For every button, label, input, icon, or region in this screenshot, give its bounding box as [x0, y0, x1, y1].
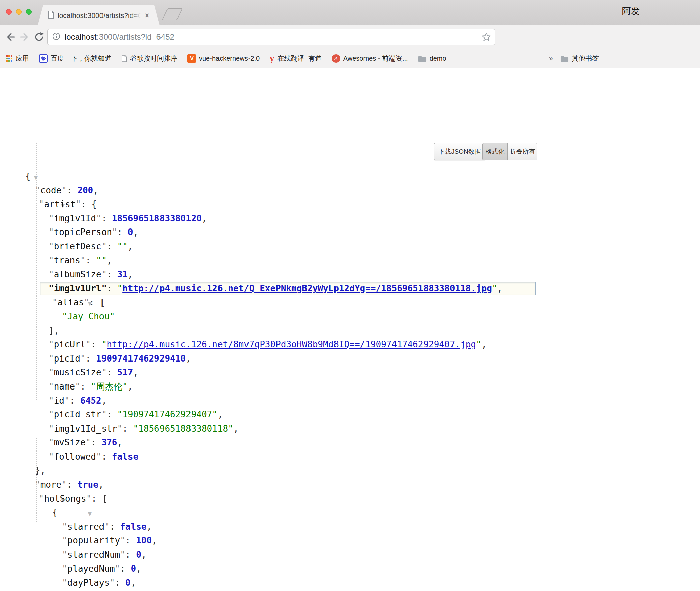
collapse-toggle-icon[interactable]: ▼ — [88, 511, 92, 517]
json-line: "id": 6452, — [0, 394, 700, 408]
json-token: " — [86, 339, 91, 349]
json-token: " — [61, 185, 67, 195]
json-token: : [ — [91, 494, 107, 504]
bookmark-apps[interactable]: 应用 — [6, 54, 29, 63]
tab-title: localhost:3000/artists?id=645 — [58, 11, 143, 19]
json-token: " — [101, 241, 107, 251]
json-token: 0 — [125, 578, 131, 588]
json-token: " — [35, 479, 40, 490]
other-bookmarks-folder[interactable]: 其他书签 — [560, 54, 599, 63]
json-token: : — [86, 353, 96, 364]
json-url-link[interactable]: http://p4.music.126.net/Q_ExePNkmgB2yWyL… — [122, 283, 492, 293]
json-token: " — [476, 339, 482, 349]
json-token: " — [52, 297, 58, 307]
json-token: " — [49, 269, 54, 279]
json-token: " — [96, 452, 101, 462]
back-button[interactable] — [3, 25, 18, 49]
json-token: picId_str — [54, 409, 101, 419]
json-token: starred — [67, 522, 105, 532]
close-window-button[interactable] — [6, 9, 12, 15]
maximize-window-button[interactable] — [26, 9, 32, 15]
json-token: 517 — [117, 367, 133, 377]
json-token: : — [107, 269, 117, 279]
json-token: : — [70, 396, 80, 406]
json-token: " — [84, 297, 89, 307]
json-token: : — [91, 437, 101, 447]
bookmark-vue-hackernews[interactable]: V vue-hackernews-2.0 — [187, 54, 260, 63]
json-token: : [ — [89, 297, 105, 307]
bookmark-label: demo — [430, 55, 446, 62]
url-text[interactable]: localhost:3000/artists?id=6452 — [65, 32, 174, 42]
json-token: : — [122, 424, 133, 434]
json-line: ▼{ — [0, 169, 700, 184]
json-line: "picUrl": "http://p4.music.126.net/8mv7q… — [0, 338, 700, 352]
json-url-link[interactable]: http://p4.music.126.net/8mv7qP30Pd3oHW8b… — [107, 339, 476, 349]
folder-icon — [560, 55, 569, 62]
json-token: "" — [117, 241, 128, 251]
json-token: " — [75, 381, 80, 392]
bookmark-youdao[interactable]: y 在线翻译_有道 — [270, 54, 322, 63]
folder-icon — [418, 55, 427, 62]
json-token: , — [152, 535, 157, 546]
json-token: topicPerson — [54, 227, 112, 237]
bookmark-baidu[interactable]: 百度一下，你就知道 — [39, 54, 111, 63]
json-line: "img1v1Url": "http://p4.music.126.net/Q_… — [0, 282, 700, 296]
json-token: : — [67, 479, 77, 490]
json-line: "img1v1Id_str": "18569651883380118", — [0, 422, 700, 436]
youdao-y-icon: y — [270, 54, 274, 63]
json-token: : — [107, 241, 117, 251]
json-token: 19097417462929410 — [96, 353, 186, 364]
json-token: " — [49, 424, 54, 434]
json-token: : — [101, 213, 112, 223]
json-token: " — [49, 452, 54, 462]
json-line: "briefDesc": "", — [0, 240, 700, 254]
new-tab-button[interactable] — [162, 8, 183, 20]
json-token: trans — [54, 255, 80, 266]
json-token: " — [62, 578, 67, 588]
json-token: " — [49, 437, 54, 447]
json-token: , — [141, 550, 147, 560]
bookmark-awesomes[interactable]: A Awesomes - 前端资... — [332, 54, 408, 63]
bookmark-star-icon[interactable] — [481, 32, 492, 44]
site-info-icon[interactable] — [52, 32, 60, 42]
json-token: " — [110, 578, 115, 588]
reload-button[interactable] — [32, 25, 47, 49]
json-token: " — [49, 409, 54, 419]
json-token: " — [39, 199, 44, 209]
minimize-window-button[interactable] — [16, 9, 22, 15]
json-token: 6452 — [80, 396, 101, 406]
json-token: { — [25, 171, 31, 181]
tab-strip: localhost:3000/artists?id=645 × 阿发 — [0, 0, 700, 25]
json-token: " — [49, 339, 54, 349]
json-token: " — [101, 269, 107, 279]
bookmarks-overflow-chevron[interactable]: » — [549, 54, 553, 63]
active-tab[interactable]: localhost:3000/artists?id=645 × — [38, 5, 160, 25]
json-token: { — [52, 507, 58, 518]
json-token: img1v1Id_str — [54, 424, 117, 434]
json-token: , — [131, 578, 136, 588]
json-token: playedNum — [67, 564, 115, 574]
json-token: alias — [57, 297, 84, 307]
json-token: "19097417462929407" — [117, 409, 217, 419]
json-token: " — [49, 396, 54, 406]
bookmark-folder-demo[interactable]: demo — [418, 55, 446, 62]
forward-button[interactable] — [18, 25, 32, 49]
tab-close-icon[interactable]: × — [145, 11, 149, 20]
json-token: " — [49, 353, 54, 364]
json-line: "musicSize": 517, — [0, 366, 700, 380]
awesomes-a-icon: A — [332, 54, 340, 63]
json-token: : — [125, 550, 136, 560]
collapse-toggle-icon[interactable]: ▼ — [34, 175, 38, 180]
json-token: starredNum — [67, 550, 120, 560]
json-token: , — [128, 381, 133, 392]
json-token: , — [202, 213, 207, 223]
json-token: : — [67, 185, 77, 195]
bookmark-label: 应用 — [16, 54, 29, 63]
address-bar[interactable]: localhost:3000/artists?id=6452 — [47, 29, 495, 45]
json-token: 200 — [77, 185, 93, 195]
profile-name[interactable]: 阿发 — [622, 5, 640, 17]
json-token: : — [101, 452, 112, 462]
json-token: 31 — [117, 269, 128, 279]
bookmark-google-sort[interactable]: 谷歌按时间排序 — [121, 54, 177, 63]
json-token: albumSize — [54, 269, 101, 279]
